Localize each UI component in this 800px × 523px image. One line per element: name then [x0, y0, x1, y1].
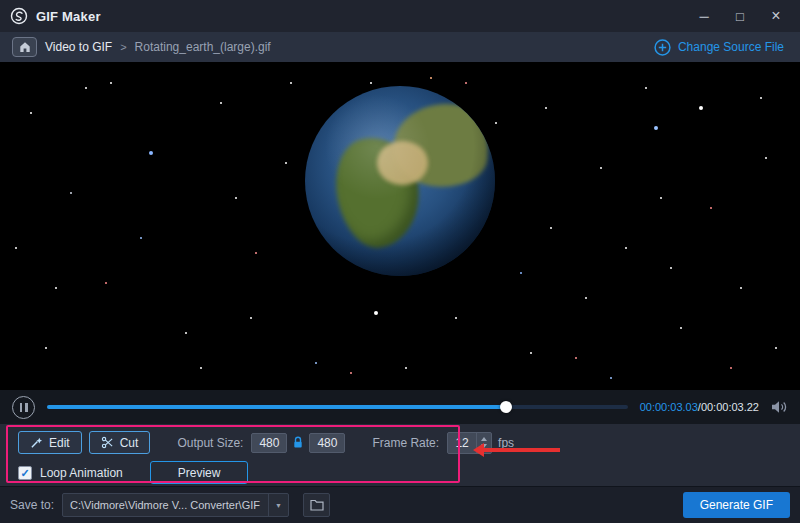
maximize-button[interactable]: □ — [726, 3, 754, 29]
earth-shading — [305, 86, 495, 276]
output-width-input[interactable] — [251, 433, 287, 453]
save-to-label: Save to: — [10, 498, 54, 512]
breadcrumb-bar: Video to GIF > Rotating_earth_(large).gi… — [0, 32, 800, 62]
magic-wand-icon — [30, 436, 43, 449]
home-icon — [19, 41, 31, 53]
pause-button[interactable] — [12, 396, 35, 419]
star-field — [0, 62, 2, 64]
loop-animation-label: Loop Animation — [40, 466, 123, 480]
frame-rate-input[interactable] — [448, 433, 476, 453]
generate-gif-button[interactable]: Generate GIF — [683, 492, 790, 518]
frame-rate-label: Frame Rate: — [372, 436, 439, 450]
output-height-input[interactable] — [309, 433, 345, 453]
minimize-button[interactable]: ─ — [690, 3, 718, 29]
slider-fill — [47, 405, 506, 409]
speaker-icon — [771, 400, 788, 414]
cut-button[interactable]: Cut — [89, 431, 151, 454]
pause-icon — [20, 403, 23, 412]
frame-rate-steppers — [476, 433, 491, 453]
save-path-input[interactable] — [63, 494, 268, 516]
titlebar: GIF Maker ─ □ × — [0, 0, 800, 32]
scissors-icon — [101, 436, 114, 449]
earth-globe — [305, 86, 495, 276]
lock-aspect-icon[interactable] — [292, 436, 304, 449]
edit-label: Edit — [49, 436, 70, 450]
time-total: 00:00:03.22 — [701, 401, 759, 413]
cut-label: Cut — [120, 436, 139, 450]
save-path-combo: ▼ — [62, 493, 289, 517]
breadcrumb-separator: > — [120, 41, 126, 53]
volume-button[interactable] — [771, 400, 788, 414]
toolbar-row-1: Edit Cut Output Size: — [18, 430, 800, 455]
time-display: 00:00:03.03/00:00:03.22 — [640, 401, 759, 413]
close-button[interactable]: × — [762, 3, 790, 29]
seek-slider[interactable] — [47, 400, 628, 414]
change-source-label: Change Source File — [678, 40, 784, 54]
app-logo-icon — [10, 7, 28, 25]
stepper-down-button[interactable] — [481, 444, 487, 448]
app-title: GIF Maker — [36, 9, 101, 24]
toolbar-row-2: ✓ Loop Animation Preview — [18, 460, 800, 485]
path-dropdown-button[interactable]: ▼ — [268, 494, 288, 516]
folder-icon — [310, 499, 324, 511]
fps-label: fps — [498, 436, 514, 450]
home-button[interactable] — [12, 37, 37, 57]
stepper-up-button[interactable] — [481, 437, 487, 441]
plus-circle-icon — [654, 39, 671, 56]
loop-animation-checkbox[interactable]: ✓ — [18, 466, 32, 480]
gif-maker-window: GIF Maker ─ □ × Video to GIF > Rotating_… — [0, 0, 800, 523]
preview-button[interactable]: Preview — [150, 461, 249, 484]
frame-rate-spinner — [447, 432, 492, 454]
change-source-button[interactable]: Change Source File — [654, 39, 788, 56]
browse-folder-button[interactable] — [303, 493, 330, 517]
footer-bar: Save to: ▼ Generate GIF — [0, 486, 800, 523]
edit-button[interactable]: Edit — [18, 431, 82, 454]
slider-thumb[interactable] — [500, 401, 512, 413]
toolbar-panel: Edit Cut Output Size: — [0, 424, 800, 486]
breadcrumb-filename: Rotating_earth_(large).gif — [135, 40, 271, 54]
player-bar: 00:00:03.03/00:00:03.22 — [0, 390, 800, 424]
breadcrumb-step[interactable]: Video to GIF — [45, 40, 112, 54]
time-current: 00:00:03.03 — [640, 401, 698, 413]
output-size-label: Output Size: — [177, 436, 243, 450]
preview-area — [0, 62, 800, 390]
